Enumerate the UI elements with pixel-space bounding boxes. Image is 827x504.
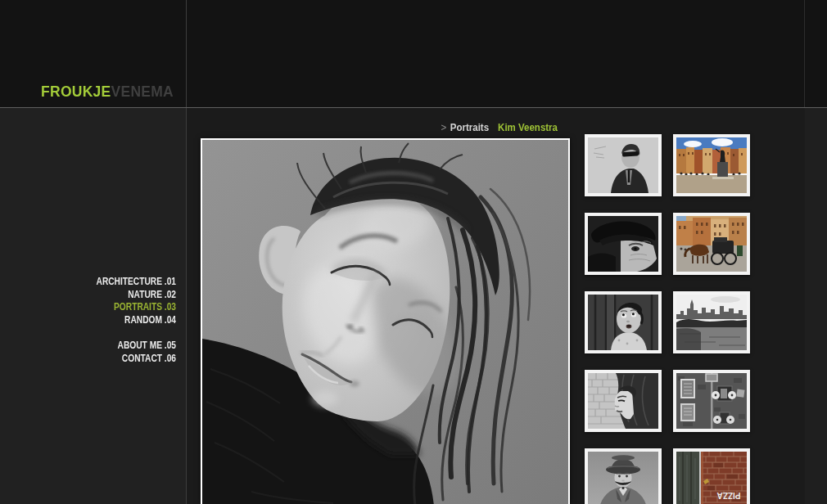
thumbnail-pizza-brick-wall[interactable]: PIZZA (673, 448, 750, 504)
main-photo (201, 138, 570, 504)
graffiti-text: PIZZA (717, 491, 741, 500)
main-photo-art (202, 140, 568, 504)
thumbnail-toddler[interactable] (585, 291, 662, 353)
nav-item-contact[interactable]: CONTACT .06 (26, 353, 176, 366)
site-logo[interactable]: FROUKJEVENEMA (14, 83, 174, 101)
breadcrumb: >PortraitsKim Veenstra (229, 122, 558, 133)
right-margin-strip (805, 108, 827, 504)
horizontal-divider (0, 107, 827, 108)
nav-item-architecture[interactable]: ARCHITECTURE .01 (26, 276, 176, 289)
thumbnail-skyline[interactable] (673, 291, 750, 353)
thumbnail-top-hat-man[interactable] (585, 448, 662, 504)
nav-item-nature[interactable]: NATURE .02 (26, 289, 176, 302)
nav-item-random[interactable]: RANDOM .04 (26, 314, 176, 327)
logo-first-name: FROUKJE (41, 83, 111, 100)
breadcrumb-arrow-icon: > (441, 122, 446, 133)
thumbnail-man-in-sunglasses[interactable] (585, 134, 662, 196)
logo-last-name: VENEMA (111, 83, 174, 100)
thumbnail-square-statue[interactable] (673, 134, 750, 196)
thumbnail-man-with-hat[interactable] (585, 213, 662, 275)
breadcrumb-current-photo: Kim Veenstra (498, 122, 558, 133)
thumbnail-woman-brick-wall[interactable] (585, 370, 662, 432)
vertical-divider (186, 0, 187, 504)
breadcrumb-section[interactable]: Portraits (450, 122, 489, 133)
thumbnail-wall-meters[interactable] (673, 370, 750, 432)
sidebar-nav: ARCHITECTURE .01 NATURE .02 PORTRAITS .0… (0, 276, 176, 365)
thumbnail-horse-carriage[interactable] (673, 213, 750, 275)
vertical-divider-right (804, 0, 805, 107)
nav-item-portraits[interactable]: PORTRAITS .03 (26, 301, 176, 314)
nav-item-about-me[interactable]: ABOUT ME .05 (26, 340, 176, 353)
